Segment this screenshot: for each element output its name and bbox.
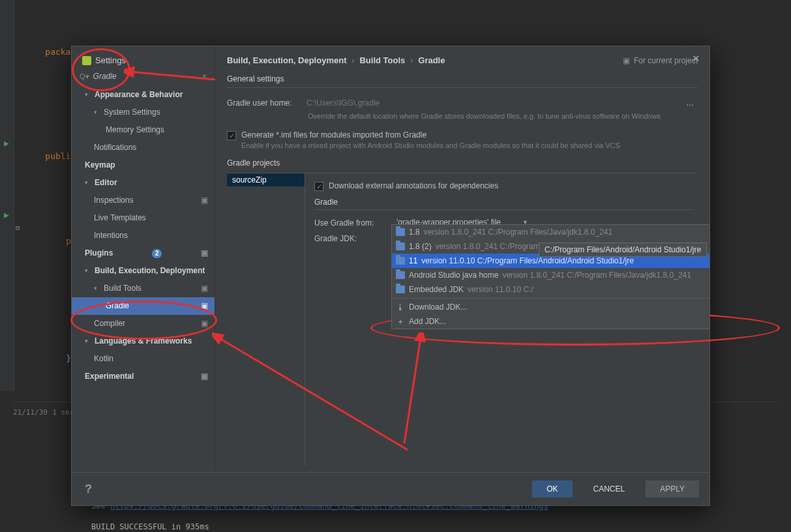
folder-icon <box>396 271 405 279</box>
checkbox-icon[interactable] <box>227 131 236 140</box>
clear-search-icon[interactable]: × <box>202 72 207 81</box>
for-current-project: ▣For current project <box>623 56 698 65</box>
jdk-download[interactable]: ⭳ Download JDK... <box>392 300 709 314</box>
jdk-option-embedded[interactable]: Embedded JDK version 11.0.10 C:/ <box>392 282 709 297</box>
folder-icon <box>396 228 405 236</box>
scope-icon: ▣ <box>201 318 208 330</box>
checkbox-icon[interactable] <box>314 182 323 191</box>
tree-gradle[interactable]: Gradle▣ <box>72 297 215 315</box>
bc-gradle: Gradle <box>418 55 445 65</box>
console-date: 21/11/30 <box>13 408 48 417</box>
settings-tree: ▾Appearance & Behavior ▾System Settings … <box>72 86 215 472</box>
scope-icon: ▣ <box>201 194 208 207</box>
bc-bed[interactable]: Build, Execution, Deployment <box>227 55 346 65</box>
build-success: BUILD SUCCESSFUL in 935ms <box>13 522 778 531</box>
tree-inspections[interactable]: Inspections▣ <box>72 192 215 209</box>
breadcrumbs: Build, Execution, Deployment › Build Too… <box>227 55 698 65</box>
folder-icon <box>396 243 405 250</box>
use-gradle-label: Use Gradle from: <box>314 218 387 228</box>
dialog-title: Settings <box>95 55 126 65</box>
iml-hint: Enable if you have a mixed project with … <box>241 141 698 149</box>
tree-live-templates[interactable]: Live Templates <box>72 209 215 227</box>
plugins-badge: 2 <box>152 249 162 258</box>
tree-plugins[interactable]: Plugins2▣ <box>72 244 215 262</box>
settings-search-input[interactable] <box>93 72 198 81</box>
scope-icon: ▣ <box>623 56 630 65</box>
close-icon[interactable]: ✕ <box>692 53 700 65</box>
gradle-jdk-label: Gradle JDK: <box>314 234 387 243</box>
user-home-input[interactable] <box>306 97 674 109</box>
download-annot-label: Download external annotations for depend… <box>329 181 498 190</box>
run-gutter-icon[interactable]: ▶ <box>4 137 9 150</box>
tree-build-tools[interactable]: ▾Build Tools▣ <box>72 280 215 297</box>
search-icon: Q▾ <box>80 72 89 81</box>
help-icon[interactable]: ? <box>82 482 95 496</box>
apply-button[interactable]: APPLY <box>646 480 699 497</box>
project-settings-panel: Download external annotations for depend… <box>305 173 698 466</box>
tree-appearance[interactable]: ▾Appearance & Behavior <box>72 86 215 104</box>
browse-button[interactable]: … <box>682 98 698 108</box>
tree-intentions[interactable]: Intentions <box>72 227 215 244</box>
download-annot-row[interactable]: Download external annotations for depend… <box>314 181 694 191</box>
project-item[interactable]: sourceZip <box>227 173 305 186</box>
dialog-footer: ? OK CANCEL APPLY <box>72 472 709 505</box>
tree-notifications[interactable]: Notifications <box>72 139 215 156</box>
projects-list: sourceZip <box>227 173 305 466</box>
tree-memory[interactable]: Memory Settings <box>72 121 215 139</box>
cancel-button[interactable]: CANCEL <box>579 480 640 497</box>
settings-main-panel: Build, Execution, Deployment › Build Too… <box>215 46 709 472</box>
scope-icon: ▣ <box>201 370 208 383</box>
jdk-add[interactable]: ＋ Add JDK... <box>392 314 709 329</box>
settings-sidebar: Settings Q▾ × ▾Appearance & Behavior ▾Sy… <box>72 46 215 472</box>
folder-icon <box>396 286 405 293</box>
general-heading: General settings <box>227 74 698 83</box>
plus-icon: ＋ <box>396 316 405 327</box>
scope-icon: ▣ <box>201 300 208 312</box>
android-icon <box>82 56 91 65</box>
tree-experimental[interactable]: Experimental▣ <box>72 368 215 385</box>
user-home-hint: Override the default location where Grad… <box>308 111 698 121</box>
jdk-path-tooltip: C:/Program Files/Android/Android Studio1… <box>539 243 707 257</box>
tree-editor[interactable]: ▾Editor <box>72 174 215 192</box>
scope-icon: ▣ <box>201 247 208 259</box>
folder-icon <box>396 257 405 265</box>
user-home-row: Gradle user home: … <box>227 97 698 109</box>
settings-search-row: Q▾ × <box>72 69 215 86</box>
jdk-option-as-home[interactable]: Android Studio java home version 1.8.0_2… <box>392 268 709 282</box>
fold-icon[interactable]: ⊟ <box>16 222 20 235</box>
tree-compiler[interactable]: Compiler▣ <box>72 315 215 332</box>
tree-keymap[interactable]: Keymap <box>72 156 215 174</box>
projects-area: sourceZip Download external annotations … <box>227 173 698 466</box>
scope-icon: ▣ <box>201 282 208 295</box>
user-home-label: Gradle user home: <box>227 98 299 108</box>
settings-dialog: ✕ Settings Q▾ × ▾Appearance & Behavior ▾… <box>71 46 710 506</box>
sidebar-header: Settings <box>72 46 215 69</box>
jdk-option-1-8[interactable]: 1.8 version 1.8.0_241 C:/Program Files/J… <box>392 225 709 239</box>
jdk-dropdown-popup: 1.8 version 1.8.0_241 C:/Program Files/J… <box>391 224 709 329</box>
tree-bed[interactable]: ▾Build, Execution, Deployment <box>72 262 215 280</box>
projects-heading: Gradle projects <box>227 158 698 168</box>
gradle-subheading: Gradle <box>314 198 694 207</box>
tree-kotlin[interactable]: Kotlin <box>72 350 215 368</box>
tree-system-settings[interactable]: ▾System Settings <box>72 104 215 121</box>
download-icon: ⭳ <box>396 301 405 313</box>
iml-checkbox-row[interactable]: Generate *.iml files for modules importe… <box>227 130 698 140</box>
bc-bt[interactable]: Build Tools <box>359 55 405 65</box>
tree-lang-fw[interactable]: ▾Languages & Frameworks <box>72 332 215 350</box>
run-gutter-icon[interactable]: ▶ <box>4 209 9 222</box>
ok-button[interactable]: OK <box>532 480 572 497</box>
iml-label: Generate *.iml files for modules importe… <box>241 130 426 140</box>
